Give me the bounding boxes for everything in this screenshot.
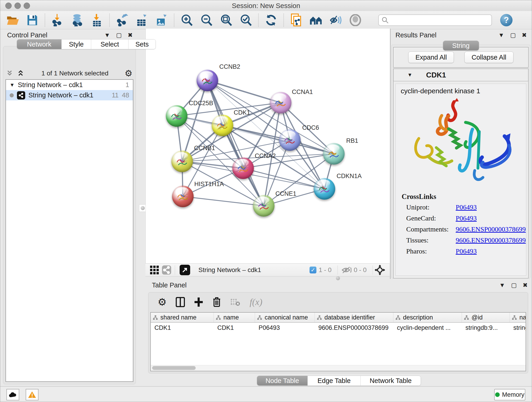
string-home-button[interactable] [310,14,322,27]
tab-sets[interactable]: Sets [128,39,156,49]
edge-count: 48 [122,91,129,99]
tab-edge-table[interactable]: Edge Table [308,376,361,385]
column-header-namespac[interactable]: namespac [510,313,526,322]
search-input[interactable] [378,14,492,26]
expand-all-button[interactable]: Expand All [408,51,454,63]
birdseye-view-button[interactable] [349,14,362,27]
node-rb1[interactable] [323,143,345,165]
column-header-description[interactable]: description [393,313,462,322]
table-row[interactable]: CDK1CDK1P064939606.ENSP00000378699cyclin… [151,322,526,333]
network-selection-status: 1 of 1 Network selected [25,70,125,77]
node-entry-header[interactable]: ▼ CDK1 [394,69,528,81]
tab-select[interactable]: Select [91,39,128,49]
export-table-button[interactable] [135,14,148,27]
search-area [378,14,492,26]
network-edge[interactable] [207,80,281,103]
zoom-selected-button[interactable] [239,14,252,27]
network-row[interactable]: String Network – cdk1 11 48 [6,90,133,100]
node-ccna1[interactable] [270,92,291,114]
pharos-link[interactable]: P06493 [456,247,477,255]
zoom-out-button[interactable] [200,14,213,27]
show-columns-icon[interactable] [176,297,185,307]
table-cell: stringdb:9... [462,322,510,333]
network-canvas[interactable]: CCNB2CCNA1CDC25BCDK1CDC6RB1CCNB1CCNA2CDK… [146,29,390,263]
refresh-button[interactable] [265,14,278,27]
node-cdc6[interactable] [279,129,301,151]
import-table-button[interactable] [90,14,103,27]
tab-string[interactable]: String [443,41,479,51]
disclosure-triangle-icon[interactable]: ▼ [10,82,15,88]
export-network-button[interactable] [116,14,128,27]
graphics-details-button[interactable] [329,14,342,27]
tab-network[interactable]: Network [17,39,62,49]
copy-network-button[interactable] [290,14,303,27]
tab-network-table[interactable]: Network Table [361,376,421,385]
panel-menu-icon[interactable]: ▼ [498,32,504,38]
disclosure-triangle-icon[interactable]: ▼ [407,72,412,78]
delete-table-icon[interactable] [230,298,240,306]
window-title: Session: New Session [0,2,532,10]
network-collection-row[interactable]: ▼ String Network – cdk1 1 [6,80,133,90]
compartments-link[interactable]: 9606.ENSP00000378699 [456,225,526,233]
network-edge[interactable] [183,196,264,206]
close-panel-icon[interactable]: ✖ [128,32,133,38]
function-builder-icon[interactable]: f(x) [249,297,262,307]
crosslink-row: Uniprot: P06493 [396,202,526,213]
column-header-database-identifier[interactable]: database identifier [315,313,393,322]
crosslink-label: Tissues: [406,236,456,244]
node-cdc25b[interactable] [166,105,187,127]
network-share-icon[interactable] [162,265,171,274]
node-hist1h1a[interactable] [172,186,194,207]
node-ccna2[interactable] [232,157,254,179]
expand-all-icon[interactable] [17,70,25,77]
column-header-name[interactable]: name [214,313,255,322]
node-ccne1[interactable] [253,195,274,217]
grid-view-icon[interactable] [150,266,159,274]
node-cdk1[interactable] [212,115,233,136]
cloud-button[interactable] [6,389,19,400]
add-column-icon[interactable] [194,297,203,307]
fit-crosshair-icon[interactable] [375,265,385,275]
float-panel-icon[interactable]: ▢ [511,282,517,288]
import-network-button[interactable] [51,14,64,27]
gear-icon[interactable]: ⚙ [125,68,133,78]
save-session-button[interactable] [26,14,39,27]
hidden-eye-icon[interactable] [341,266,351,274]
collapse-all-button[interactable]: Collapse All [464,51,513,63]
float-panel-icon[interactable]: ▢ [510,32,516,38]
warning-button[interactable] [26,389,38,400]
column-header--id[interactable]: @id [462,313,510,322]
tab-node-table[interactable]: Node Table [257,376,308,385]
close-panel-icon[interactable]: ✖ [522,32,527,38]
export-image-button[interactable] [155,14,168,27]
selected-checkbox[interactable]: ✓ [310,267,317,274]
uniprot-link[interactable]: P06493 [456,203,477,211]
table-settings-gear-icon[interactable]: ⚙ [158,297,167,307]
import-database-button[interactable] [71,14,84,27]
table-horizontal-scrollbar[interactable] [151,365,526,371]
column-header-shared-name[interactable]: shared name [151,313,214,322]
protein-thumbnail-icon [175,156,189,168]
results-panel: Results Panel ▼ ▢ ✖ String Expand All Co… [391,30,530,279]
close-panel-icon[interactable]: ✖ [523,282,528,288]
memory-button[interactable]: Memory [494,389,525,400]
node-ccnb1[interactable] [171,151,193,172]
delete-column-trash-icon[interactable] [212,297,221,307]
scrollbar-thumb[interactable] [152,366,196,370]
genecard-link[interactable]: P06493 [456,214,477,222]
open-session-button[interactable] [6,14,19,27]
zoom-in-button[interactable] [180,14,193,27]
crosslink-label: Pharos: [406,247,456,255]
birdseye-launch-button[interactable] [180,265,190,275]
float-panel-icon[interactable]: ▢ [116,32,122,38]
panel-menu-icon[interactable]: ▼ [499,282,505,288]
node-cdkn1a[interactable] [314,178,335,200]
column-header-canonical-name[interactable]: canonical name [255,313,315,322]
collapse-all-icon[interactable] [6,70,14,77]
zoom-fit-button[interactable] [220,14,233,27]
tissues-link[interactable]: 9606.ENSP00000378699 [456,236,526,244]
help-button[interactable]: ? [500,14,513,26]
node-ccnb2[interactable] [196,70,218,91]
tab-style[interactable]: Style [62,39,91,49]
panel-menu-icon[interactable]: ▼ [104,32,110,38]
